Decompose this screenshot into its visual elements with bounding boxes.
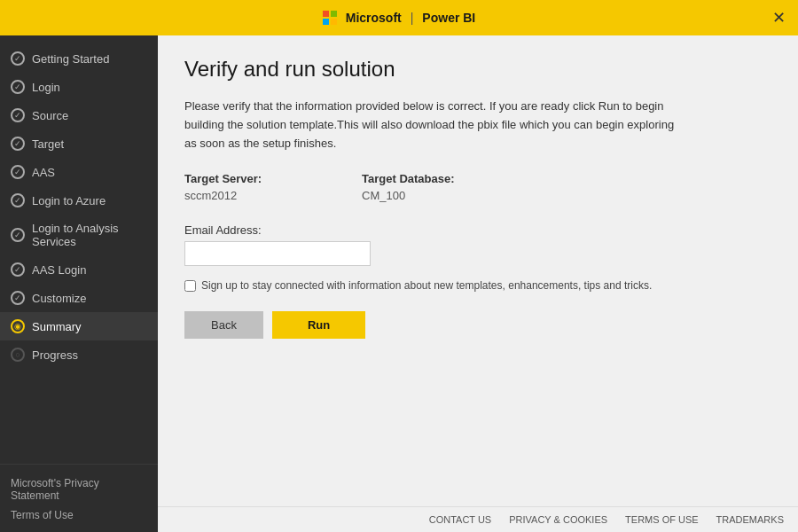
check-icon-login-analysis: ✓	[11, 228, 25, 242]
target-server-group: Target Server: sccm2012	[184, 172, 291, 218]
signup-label: Sign up to stay connected with informati…	[201, 278, 652, 293]
sidebar-item-login[interactable]: ✓ Login	[0, 73, 158, 101]
signup-checkbox[interactable]	[184, 280, 196, 292]
check-icon-login-azure: ✓	[11, 193, 25, 207]
check-icon-login: ✓	[11, 80, 25, 94]
target-database-value: CM_100	[362, 189, 468, 202]
run-button[interactable]: Run	[272, 311, 365, 339]
sidebar-label-aas: AAS	[32, 166, 55, 179]
sidebar-label-source: Source	[32, 109, 68, 122]
check-icon-summary: ◉	[11, 319, 25, 333]
sidebar-label-getting-started: Getting Started	[32, 52, 109, 66]
sidebar-item-customize[interactable]: ✓ Customize	[0, 284, 158, 312]
sidebar-label-summary: Summary	[32, 320, 82, 333]
sidebar-item-login-azure[interactable]: ✓ Login to Azure	[0, 186, 158, 215]
sidebar-item-summary[interactable]: ◉ Summary	[0, 312, 158, 340]
check-icon-target: ✓	[11, 137, 25, 151]
server-database-row: Target Server: sccm2012 Target Database:…	[184, 172, 771, 218]
check-icon-getting-started: ✓	[11, 51, 25, 66]
content-body: Verify and run solution Please verify th…	[158, 35, 798, 506]
content-area: Verify and run solution Please verify th…	[158, 35, 798, 532]
separator: |	[411, 11, 414, 25]
terms-of-use-link[interactable]: Terms of Use	[11, 505, 147, 525]
sidebar-label-aas-login: AAS Login	[32, 263, 86, 277]
sidebar-item-login-analysis[interactable]: ✓ Login to Analysis Services	[0, 215, 158, 255]
signup-checkbox-row: Sign up to stay connected with informati…	[184, 278, 771, 293]
check-icon-aas: ✓	[11, 165, 25, 179]
privacy-statement-link[interactable]: Microsoft's Privacy Statement	[11, 473, 147, 505]
button-row: Back Run	[184, 311, 771, 339]
microsoft-logo-icon	[323, 11, 337, 25]
target-database-label: Target Database:	[362, 172, 468, 185]
sidebar: ✓ Getting Started ✓ Login ✓ Source ✓ Tar…	[0, 35, 158, 532]
contact-us-link[interactable]: CONTACT US	[429, 514, 492, 525]
description-text: Please verify that the information provi…	[184, 98, 681, 153]
product-label: Power BI	[422, 11, 475, 25]
check-icon-aas-login: ✓	[11, 262, 25, 277]
microsoft-label: Microsoft	[346, 11, 402, 25]
trademarks-link[interactable]: TRADEMARKS	[716, 514, 784, 525]
target-server-label: Target Server:	[184, 172, 291, 185]
privacy-cookies-link[interactable]: PRIVACY & COOKIES	[509, 514, 607, 525]
email-field-group: Email Address:	[184, 223, 771, 266]
sidebar-label-progress: Progress	[32, 348, 78, 362]
email-input[interactable]	[184, 241, 371, 266]
sidebar-footer: Microsoft's Privacy Statement Terms of U…	[0, 464, 158, 532]
back-button[interactable]: Back	[184, 311, 263, 339]
sidebar-item-getting-started[interactable]: ✓ Getting Started	[0, 44, 158, 73]
check-icon-customize: ✓	[11, 291, 25, 305]
main-layout: ✓ Getting Started ✓ Login ✓ Source ✓ Tar…	[0, 35, 798, 532]
sidebar-label-login-azure: Login to Azure	[32, 194, 106, 207]
top-bar-center: Microsoft | Power BI	[323, 11, 476, 25]
sidebar-item-target[interactable]: ✓ Target	[0, 129, 158, 158]
check-icon-progress: ○	[11, 348, 25, 362]
content-footer: CONTACT US PRIVACY & COOKIES TERMS OF US…	[158, 506, 798, 532]
target-server-value: sccm2012	[184, 189, 291, 202]
close-button[interactable]: ✕	[772, 10, 786, 26]
top-bar: Microsoft | Power BI ✕	[0, 0, 798, 35]
sidebar-label-customize: Customize	[32, 292, 86, 305]
sidebar-item-aas-login[interactable]: ✓ AAS Login	[0, 255, 158, 284]
sidebar-item-progress[interactable]: ○ Progress	[0, 340, 158, 369]
sidebar-item-aas[interactable]: ✓ AAS	[0, 158, 158, 186]
check-icon-source: ✓	[11, 108, 25, 122]
sidebar-label-target: Target	[32, 137, 64, 151]
sidebar-item-source[interactable]: ✓ Source	[0, 101, 158, 129]
email-label: Email Address:	[184, 223, 771, 237]
target-database-group: Target Database: CM_100	[362, 172, 468, 218]
sidebar-label-login: Login	[32, 81, 60, 94]
page-title: Verify and run solution	[184, 57, 771, 82]
sidebar-label-login-analysis: Login to Analysis Services	[32, 222, 147, 248]
terms-of-use-footer-link[interactable]: TERMS OF USE	[625, 514, 699, 525]
